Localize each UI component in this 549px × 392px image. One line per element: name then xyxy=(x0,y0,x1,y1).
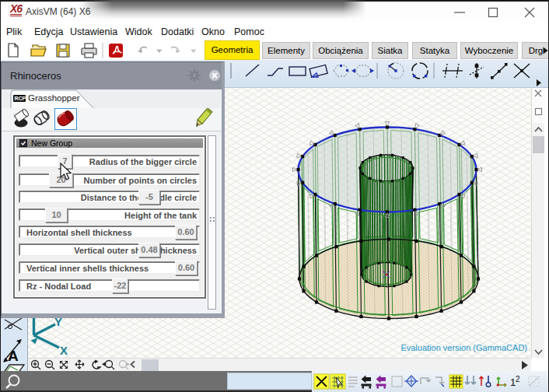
svg-text:2: 2 xyxy=(516,375,520,383)
svg-text:Grasshopper: Grasshopper xyxy=(28,93,80,103)
svg-text:RCP: RCP xyxy=(15,96,26,101)
svg-text:X: X xyxy=(60,344,68,357)
